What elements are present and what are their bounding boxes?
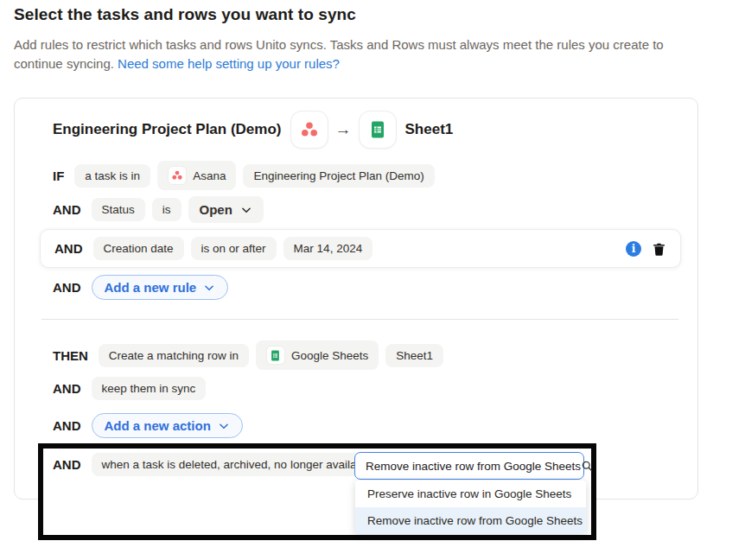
keep-sync-chip[interactable]: keep them in sync [92, 377, 207, 400]
page-subtitle: Add rules to restrict which tasks and ro… [14, 35, 698, 73]
rules-page: Select the tasks and rows you want to sy… [0, 0, 745, 560]
inactive-condition-chip[interactable]: when a task is deleted, archived, no lon… [92, 453, 383, 476]
action-row-inactive-task: AND when a task is deleted, archived, no… [53, 453, 382, 476]
status-operator-chip[interactable]: is [152, 198, 181, 221]
action-row-add: AND Add a new action [53, 413, 243, 438]
dropdown-option-preserve[interactable]: Preserve inactive row in Google Sheets [355, 480, 586, 507]
date-operator-label: is on or after [201, 242, 266, 255]
and-label: AND [53, 381, 81, 396]
source-block-title: Engineering Project Plan (Demo) [53, 121, 282, 138]
add-rule-button[interactable]: Add a new rule [92, 275, 229, 300]
info-icon[interactable]: i [626, 241, 641, 257]
search-icon [581, 460, 594, 473]
asana-icon [298, 118, 321, 141]
then-label: THEN [53, 348, 88, 363]
asana-badge [290, 111, 328, 149]
condition-chip[interactable]: a task is in [74, 164, 150, 188]
add-rule-button-label: Add a new rule [105, 280, 197, 295]
project-chip[interactable]: Engineering Project Plan (Demo) [243, 164, 434, 188]
flow-arrow-icon: → [335, 120, 352, 139]
and-label: AND [53, 457, 81, 472]
rule-row-status: AND Status is Open [53, 196, 264, 223]
status-value-label: Open [200, 202, 232, 217]
status-field-label: Status [102, 203, 135, 216]
google-sheets-icon [266, 346, 285, 365]
page-title: Select the tasks and rows you want to sy… [14, 5, 356, 24]
inactive-action-selected-value: Remove inactive row from Google Sheets [366, 460, 581, 473]
chevron-down-icon [240, 204, 252, 216]
status-operator-label: is [162, 203, 171, 216]
rules-card: Engineering Project Plan (Demo) → [14, 98, 698, 500]
status-value-dropdown[interactable]: Open [188, 196, 264, 223]
create-action-label: Create a matching row in [109, 349, 239, 362]
and-label: AND [54, 241, 83, 256]
create-action-chip[interactable]: Create a matching row in [99, 344, 249, 367]
section-divider [41, 319, 678, 320]
google-sheets-icon [367, 119, 388, 140]
inactive-condition-label: when a task is deleted, archived, no lon… [102, 458, 372, 471]
inactive-action-dropdown: Preserve inactive row in Google Sheets R… [355, 480, 586, 534]
date-value-chip[interactable]: Mar 14, 2024 [283, 237, 373, 260]
sheet-chip[interactable]: Sheet1 [385, 344, 443, 367]
dropdown-option-remove[interactable]: Remove inactive row from Google Sheets [355, 507, 586, 534]
status-field-chip[interactable]: Status [92, 198, 145, 221]
and-label: AND [53, 418, 81, 433]
asana-icon [168, 166, 187, 185]
highlight-annotation-box: AND when a task is deleted, archived, no… [38, 443, 596, 540]
tool-chip-asana[interactable]: Asana [157, 161, 236, 190]
tool-chip-label: Asana [193, 169, 226, 182]
help-link[interactable]: Need some help setting up your rules? [118, 56, 340, 71]
flow-header: Engineering Project Plan (Demo) → [53, 110, 453, 150]
add-action-button[interactable]: Add a new action [92, 413, 243, 438]
date-operator-chip[interactable]: is on or after [191, 237, 277, 260]
date-field-chip[interactable]: Creation date [93, 237, 184, 260]
condition-chip-label: a task is in [85, 169, 140, 182]
google-sheets-badge [359, 111, 397, 149]
date-value-label: Mar 14, 2024 [294, 242, 363, 255]
keep-sync-label: keep them in sync [102, 382, 196, 395]
rule-row-add: AND Add a new rule [53, 275, 228, 300]
date-field-label: Creation date [104, 242, 174, 255]
sheet-chip-label: Sheet1 [396, 349, 433, 362]
target-sheet-title: Sheet1 [405, 121, 454, 138]
action-row-keep-sync: AND keep them in sync [53, 377, 206, 400]
chevron-down-icon [203, 282, 215, 294]
add-action-button-label: Add a new action [105, 418, 211, 433]
inactive-action-select[interactable]: Remove inactive row from Google Sheets [354, 452, 584, 480]
sheets-tool-label: Google Sheets [291, 349, 368, 362]
project-chip-label: Engineering Project Plan (Demo) [253, 169, 423, 182]
if-label: IF [53, 169, 64, 183]
tool-chip-google-sheets[interactable]: Google Sheets [256, 340, 379, 370]
chevron-down-icon [218, 420, 230, 432]
rule-row-creation-date: AND Creation date is on or after Mar 14,… [40, 229, 681, 268]
and-label: AND [53, 280, 81, 295]
trash-icon[interactable] [652, 241, 666, 257]
action-row-create: THEN Create a matching row in Google She… [53, 340, 443, 370]
rule-row-task-location: IF a task is in Asana Engineering Projec… [53, 161, 435, 190]
and-label: AND [53, 202, 81, 217]
